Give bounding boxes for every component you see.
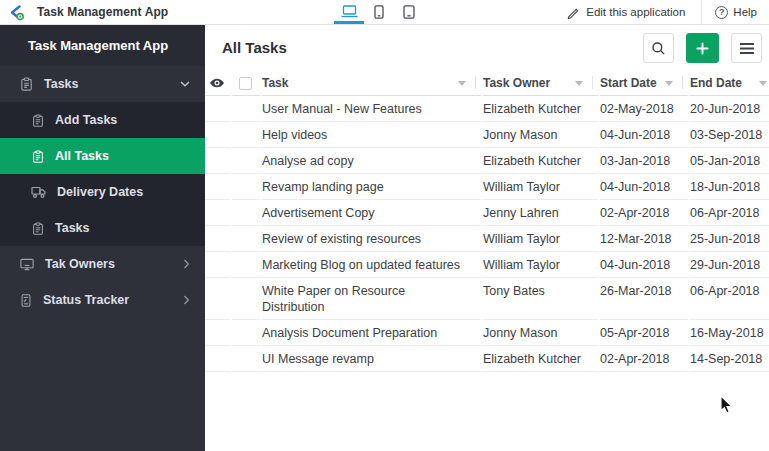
row-checkbox-cell (232, 320, 262, 346)
search-button[interactable] (643, 33, 674, 63)
sidebar-item-tasks-parent[interactable]: Tasks (0, 66, 205, 102)
sidebar-item-label: All Tasks (55, 149, 109, 163)
add-record-button[interactable] (686, 33, 719, 63)
sidebar-app-title: Task Management App (0, 25, 205, 66)
column-visibility-toggle[interactable] (205, 71, 232, 96)
cell-task: Marketing Blog on updated features (262, 252, 483, 278)
clipboard-icon (31, 221, 45, 236)
cell-start-date: 02-Apr-2018 (600, 200, 690, 226)
column-header-task[interactable]: Task (262, 71, 483, 96)
sidebar-item-all-tasks[interactable]: All Tasks (0, 138, 205, 174)
table-row[interactable]: White Paper on Resource Distribution Ton… (205, 278, 769, 320)
cell-task: User Manual - New Features (262, 96, 483, 122)
table-row[interactable]: Review of existing resources William Tay… (205, 226, 769, 252)
column-label: Start Date (600, 76, 657, 90)
cell-task: Help videos (262, 122, 483, 148)
cell-task-owner: William Taylor (483, 174, 600, 200)
table-row[interactable]: Help videos Jonny Mason 04-Jun-2018 03-S… (205, 122, 769, 148)
column-label: End Date (690, 76, 742, 90)
table-row[interactable]: Analysis Document Preparation Jonny Maso… (205, 320, 769, 346)
tasks-table: Task Task Owner Start Date End Date (205, 71, 769, 372)
sidebar-item-label: Status Tracker (43, 293, 129, 307)
main-header: All Tasks (205, 25, 769, 71)
device-switcher (334, 0, 424, 24)
sidebar-item-delivery-dates[interactable]: Delivery Dates (0, 174, 205, 210)
clipboard-icon (19, 76, 34, 92)
topbar-divider (701, 0, 702, 25)
cell-task-owner: Jenny Lahren (483, 200, 600, 226)
creator-logo-icon[interactable] (8, 4, 25, 21)
column-label: Task Owner (483, 76, 550, 90)
sidebar-item-tasks-sub[interactable]: Tasks (0, 210, 205, 246)
truck-icon (31, 185, 47, 199)
topbar: Task Management App (0, 0, 769, 25)
row-checkbox-cell (232, 96, 262, 122)
sort-triangle-icon (665, 81, 673, 86)
edit-application-button[interactable]: Edit this application (567, 6, 685, 19)
cell-start-date: 05-Apr-2018 (600, 320, 690, 346)
cell-task: Revamp landing page (262, 174, 483, 200)
sidebar-item-status-tracker[interactable]: Status Tracker (0, 282, 205, 318)
table-row[interactable]: Revamp landing page William Taylor 04-Ju… (205, 174, 769, 200)
table-row[interactable]: Analyse ad copy Elizabeth Kutcher 03-Jan… (205, 148, 769, 174)
device-phone-icon[interactable] (364, 0, 394, 24)
cell-end-date: 25-Jun-2018 (690, 226, 769, 252)
sidebar-item-tak-owners[interactable]: Tak Owners (0, 246, 205, 282)
row-checkbox-cell (232, 252, 262, 278)
row-eye-cell (205, 226, 232, 252)
column-header-start-date[interactable]: Start Date (600, 71, 690, 96)
table-row[interactable]: Marketing Blog on updated features Willi… (205, 252, 769, 278)
table-body: User Manual - New Features Elizabeth Kut… (205, 96, 769, 372)
cell-start-date: 26-Mar-2018 (600, 278, 690, 320)
select-all-checkbox[interactable] (239, 77, 252, 90)
row-eye-cell (205, 96, 232, 122)
cell-start-date: 12-Mar-2018 (600, 226, 690, 252)
row-eye-cell (205, 122, 232, 148)
cell-task: Advertisement Copy (262, 200, 483, 226)
help-icon: ? (715, 6, 728, 19)
chevron-down-icon (180, 81, 190, 88)
help-button[interactable]: ? Help (715, 6, 769, 19)
row-eye-cell (205, 174, 232, 200)
page-title: All Tasks (222, 39, 287, 56)
cell-task: Analysis Document Preparation (262, 320, 483, 346)
topbar-app-name: Task Management App (37, 5, 168, 19)
app-window: Task Management App (0, 0, 769, 451)
sidebar-item-label: Delivery Dates (57, 185, 143, 199)
table-row[interactable]: User Manual - New Features Elizabeth Kut… (205, 96, 769, 122)
cell-task-owner: Tony Bates (483, 278, 600, 320)
row-checkbox-cell (232, 122, 262, 148)
cell-task: Review of existing resources (262, 226, 483, 252)
row-checkbox-cell (232, 148, 262, 174)
device-laptop-icon[interactable] (334, 0, 364, 24)
table-row[interactable]: UI Message revamp Elizabeth Kutcher 02-A… (205, 346, 769, 372)
cell-end-date: 18-Jun-2018 (690, 174, 769, 200)
row-checkbox-cell (232, 200, 262, 226)
cell-task-owner: William Taylor (483, 226, 600, 252)
chevron-right-icon (183, 259, 190, 269)
select-all-cell (232, 71, 262, 96)
hamburger-icon (740, 43, 754, 54)
cell-start-date: 02-Apr-2018 (600, 346, 690, 372)
column-header-end-date[interactable]: End Date (690, 71, 769, 96)
device-tablet-icon[interactable] (394, 0, 424, 24)
monitor-icon (19, 257, 35, 272)
row-eye-cell (205, 320, 232, 346)
cell-task: Analyse ad copy (262, 148, 483, 174)
row-checkbox-cell (232, 174, 262, 200)
cell-start-date: 04-Jun-2018 (600, 122, 690, 148)
row-eye-cell (205, 346, 232, 372)
sort-triangle-icon (575, 81, 583, 86)
cell-end-date: 14-Sep-2018 (690, 346, 769, 372)
view-menu-button[interactable] (731, 33, 762, 63)
cell-task-owner: Elizabeth Kutcher (483, 346, 600, 372)
help-label: Help (733, 6, 757, 18)
row-checkbox-cell (232, 226, 262, 252)
sidebar-item-add-tasks[interactable]: Add Tasks (0, 102, 205, 138)
table-row[interactable]: Advertisement Copy Jenny Lahren 02-Apr-2… (205, 200, 769, 226)
column-header-task-owner[interactable]: Task Owner (483, 71, 600, 96)
cell-task-owner: Jonny Mason (483, 122, 600, 148)
cell-start-date: 04-Jun-2018 (600, 174, 690, 200)
cell-end-date: 06-Apr-2018 (690, 200, 769, 226)
row-eye-cell (205, 252, 232, 278)
